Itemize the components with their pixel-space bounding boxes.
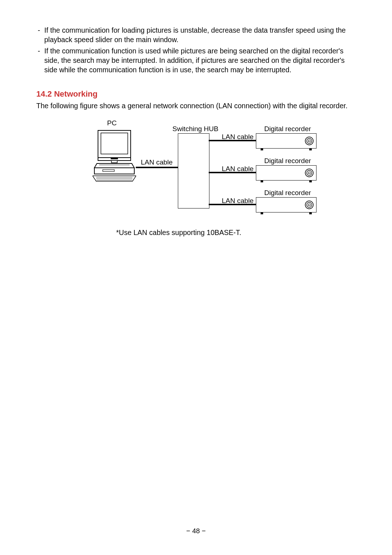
svg-point-20 [308,204,310,206]
svg-point-12 [305,137,313,145]
recorder-icon [256,197,317,212]
lens-icon [305,169,314,177]
note-item: If the communication function is used wh… [36,46,356,75]
svg-point-16 [307,170,312,175]
lan-cable-label: LAN cable [222,133,254,140]
svg-point-15 [305,169,313,177]
diagram-footnote: *Use LAN cables supporting 10BASE-T. [116,228,356,237]
page-number: − 48 − [0,527,392,535]
svg-point-18 [305,201,313,209]
pc-label: PC [107,119,117,126]
switching-hub-icon [178,133,209,208]
recorder-label: Digital recorder [264,189,311,196]
recorder-label: Digital recorder [264,157,311,164]
svg-rect-3 [111,161,117,163]
lens-icon [305,200,314,209]
note-item: If the communication for loading picture… [36,25,356,45]
lan-cable-label: LAN cable [222,197,254,204]
svg-point-13 [307,138,312,143]
cable-line [136,167,178,168]
lens-icon [305,137,314,145]
recorder-label: Digital recorder [264,125,311,132]
recorder-icon [256,165,317,181]
notes-list: If the communication for loading picture… [36,25,356,75]
lan-cable-label: LAN cable [222,165,254,172]
svg-point-19 [307,202,312,207]
svg-rect-1 [101,133,128,154]
lan-cable-label: LAN cable [141,159,173,166]
svg-point-17 [308,172,310,174]
svg-point-14 [308,140,310,142]
section-intro: The following figure shows a general net… [36,101,356,110]
svg-marker-4 [94,163,134,168]
pc-icon [93,129,136,185]
section-heading: 14.2 Networking [36,89,356,99]
recorder-icon [256,133,317,149]
hub-label: Switching HUB [172,125,219,132]
svg-marker-8 [93,176,136,181]
network-diagram: PC [69,119,316,218]
